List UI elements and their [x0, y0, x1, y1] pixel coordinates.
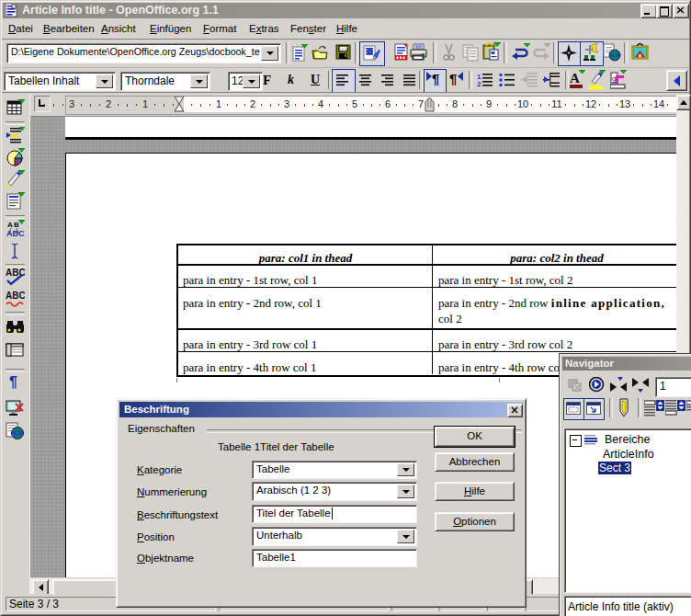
- svg-text:A: A: [570, 71, 580, 86]
- svg-text:A: A: [7, 221, 13, 229]
- svg-text:2: 2: [477, 80, 481, 87]
- svg-text:B: B: [14, 221, 19, 229]
- svg-text:ABC: ABC: [6, 291, 25, 301]
- svg-text:g: g: [612, 74, 616, 83]
- svg-text:ABC: ABC: [6, 229, 25, 238]
